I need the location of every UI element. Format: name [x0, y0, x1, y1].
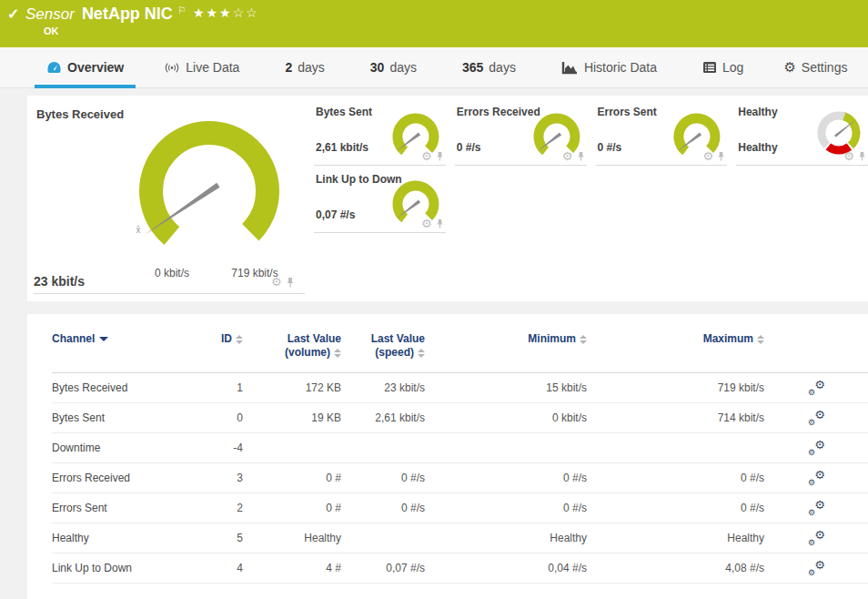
tab-number: 2 — [285, 60, 292, 75]
tab-365-days[interactable]: 365 days — [450, 47, 528, 88]
table-row: Errors Sent 2 0 # 0 #/s 0 #/s 0 #/s ⚙⚙ — [52, 493, 868, 523]
minimum-value: 0 #/s — [425, 472, 587, 484]
maximum-value: Healthy — [587, 532, 764, 544]
mini-gauge-errors-sent: Errors Sent 0 #/s ⚙ — [596, 100, 728, 166]
gauge-settings-gear-icon[interactable]: ⚙ — [421, 150, 432, 162]
last-value-speed: 0 #/s — [341, 472, 425, 484]
channel-id: -4 — [188, 442, 243, 454]
mini-gauge-errors-received: Errors Received 0 #/s ⚙ — [455, 100, 587, 166]
channel-name: Downtime — [52, 442, 188, 454]
maximum-value: 0 #/s — [587, 472, 764, 484]
gauge-settings-gear-icon[interactable]: ⚙ — [271, 276, 282, 288]
gauge-settings-gear-icon[interactable]: ⚙ — [562, 150, 573, 162]
main-gauge-title: Bytes Received — [36, 107, 124, 121]
channel-settings-gears-icon[interactable]: ⚙⚙ — [807, 470, 825, 486]
last-value-speed: 0 #/s — [341, 502, 425, 514]
mini-gauge-healthy: Healthy Healthy ⚙ — [736, 100, 868, 166]
tab-label: days — [298, 60, 325, 75]
pin-icon[interactable] — [436, 151, 444, 161]
gauge-mean-marker: x̄ — [136, 225, 141, 235]
tab-overview[interactable]: Overview — [35, 47, 136, 88]
gauge-settings-gear-icon[interactable]: ⚙ — [421, 218, 432, 229]
maximum-value: 719 kbit/s — [587, 381, 764, 394]
minimum-value: 0 kbit/s — [425, 411, 587, 424]
maximum-value: 0 #/s — [587, 502, 764, 514]
tab-historic-data[interactable]: Historic Data — [550, 47, 669, 88]
channel-id: 4 — [188, 562, 243, 574]
mini-gauges-grid: Bytes Sent 2,61 kbit/s ⚙ Errors Received… — [314, 100, 868, 233]
pin-icon[interactable] — [436, 218, 444, 228]
channel-name: Bytes Received — [52, 381, 188, 394]
tab-live-data[interactable]: Live Data — [152, 47, 251, 88]
last-value-volume: 4 # — [243, 562, 341, 574]
tab-label: days — [389, 60, 417, 75]
gauge-min-label: 0 kbit/s — [131, 267, 213, 279]
minimum-value: 0 #/s — [425, 502, 587, 514]
tab-label: Settings — [802, 60, 848, 75]
pin-icon[interactable] — [577, 151, 585, 161]
table-row: Errors Received 3 0 # 0 #/s 0 #/s 0 #/s … — [52, 463, 868, 493]
sort-icon — [580, 335, 587, 344]
mini-gauge-value: 0,07 #/s — [316, 208, 355, 221]
gear-icon: ⚙ — [783, 59, 795, 76]
gauge-settings-gear-icon[interactable]: ⚙ — [703, 150, 714, 162]
channel-settings-gears-icon[interactable]: ⚙⚙ — [807, 380, 825, 396]
channel-id: 2 — [188, 502, 243, 514]
channel-settings-gears-icon[interactable]: ⚙⚙ — [807, 440, 825, 456]
channel-name: Link Up to Down — [52, 562, 188, 574]
tab-2-days[interactable]: 2 days — [273, 47, 336, 88]
last-value-speed: 23 kbit/s — [341, 381, 425, 394]
sort-icon — [334, 349, 341, 358]
tab-log[interactable]: Log — [691, 47, 755, 88]
pin-icon[interactable] — [858, 151, 866, 161]
gauge-settings-gear-icon[interactable]: ⚙ — [843, 150, 854, 162]
tab-settings[interactable]: ⚙ Settings — [772, 47, 859, 88]
pin-icon[interactable] — [286, 277, 295, 288]
tab-label: Overview — [67, 60, 124, 75]
column-header-last-value-speed[interactable]: Last Value (speed) — [341, 332, 425, 360]
column-header-minimum[interactable]: Minimum — [425, 332, 587, 346]
tab-30-days[interactable]: 30 days — [358, 47, 429, 88]
column-header-channel[interactable]: Channel — [52, 332, 188, 346]
table-row: Healthy 5 Healthy Healthy Healthy ⚙⚙ — [52, 523, 868, 553]
object-type-label: Sensor — [25, 5, 75, 23]
broadcast-icon — [164, 61, 180, 75]
sort-icon — [236, 335, 243, 344]
last-value-speed: 0,07 #/s — [341, 562, 425, 574]
column-header-last-value-volume[interactable]: Last Value (volume) — [243, 332, 341, 360]
column-header-maximum[interactable]: Maximum — [587, 332, 764, 346]
priority-stars[interactable]: ★★★☆☆ — [193, 5, 259, 20]
channel-settings-gears-icon[interactable]: ⚙⚙ — [807, 530, 825, 546]
channel-settings-gears-icon[interactable]: ⚙⚙ — [807, 500, 825, 516]
channel-name: Errors Received — [52, 472, 188, 484]
divider — [34, 293, 305, 294]
channel-table-panel: Channel ID Last Value (volume) Last Valu… — [27, 314, 868, 599]
channel-table-body: Bytes Received 1 172 KB 23 kbit/s 15 kbi… — [52, 373, 868, 584]
table-row: Bytes Received 1 172 KB 23 kbit/s 15 kbi… — [52, 373, 868, 403]
mini-gauge-value: Healthy — [738, 141, 777, 154]
channel-settings-gears-icon[interactable]: ⚙⚙ — [807, 410, 825, 426]
stars-filled[interactable]: ★★★ — [193, 5, 233, 20]
tab-label: days — [489, 60, 516, 75]
sort-desc-icon — [99, 337, 108, 341]
bytes-received-gauge: x̄ — [118, 105, 300, 269]
stars-empty[interactable]: ☆☆ — [233, 5, 259, 20]
column-header-id[interactable]: ID — [188, 332, 243, 346]
mini-gauge-title: Errors Received — [457, 106, 540, 118]
tab-number: 30 — [370, 60, 385, 75]
status-ok-check-icon: ✓ — [7, 5, 19, 23]
mini-gauge-value: 2,61 kbit/s — [316, 141, 368, 154]
channel-id: 0 — [188, 411, 243, 424]
mini-gauge-title: Healthy — [738, 106, 777, 118]
channel-settings-gears-icon[interactable]: ⚙⚙ — [807, 560, 825, 576]
pin-icon[interactable] — [717, 151, 725, 161]
tab-number: 365 — [462, 60, 483, 75]
overview-gauges-panel: Bytes Received x̄ 0 kbit/s 719 kbit/s 23… — [27, 96, 868, 301]
flag-icon[interactable]: ⚐ — [177, 5, 187, 15]
channel-id: 3 — [188, 472, 243, 484]
last-value-volume: Healthy — [243, 532, 341, 544]
tab-label: Log — [722, 60, 743, 75]
tab-label: Historic Data — [584, 60, 657, 75]
channel-id: 5 — [188, 532, 243, 544]
minimum-value: 0,04 #/s — [425, 562, 587, 574]
